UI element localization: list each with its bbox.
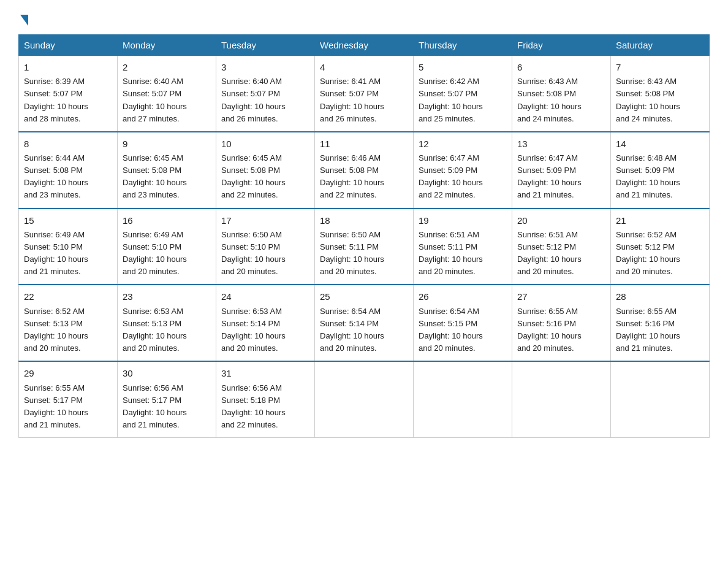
calendar-cell: 19Sunrise: 6:51 AMSunset: 5:11 PMDayligh…	[414, 209, 512, 285]
calendar-cell: 22Sunrise: 6:52 AMSunset: 5:13 PMDayligh…	[19, 285, 118, 361]
calendar-cell: 4Sunrise: 6:41 AMSunset: 5:07 PMDaylight…	[315, 56, 414, 132]
day-number: 10	[221, 137, 309, 151]
logo	[18, 12, 28, 23]
calendar-week-row: 29Sunrise: 6:55 AMSunset: 5:17 PMDayligh…	[19, 361, 710, 437]
calendar-cell: 30Sunrise: 6:56 AMSunset: 5:17 PMDayligh…	[118, 361, 216, 437]
calendar-cell: 16Sunrise: 6:49 AMSunset: 5:10 PMDayligh…	[118, 209, 216, 285]
day-number: 27	[517, 289, 605, 304]
day-number: 30	[123, 366, 211, 380]
calendar-cell: 31Sunrise: 6:56 AMSunset: 5:18 PMDayligh…	[216, 361, 315, 437]
calendar-cell	[512, 361, 611, 437]
day-number: 9	[123, 137, 211, 151]
calendar-cell: 5Sunrise: 6:42 AMSunset: 5:07 PMDaylight…	[414, 56, 512, 132]
calendar-cell	[611, 361, 710, 437]
day-number: 18	[320, 213, 408, 228]
calendar-cell: 26Sunrise: 6:54 AMSunset: 5:15 PMDayligh…	[414, 285, 512, 361]
calendar-cell: 18Sunrise: 6:50 AMSunset: 5:11 PMDayligh…	[315, 209, 414, 285]
calendar-cell: 12Sunrise: 6:47 AMSunset: 5:09 PMDayligh…	[414, 132, 512, 209]
day-number: 20	[517, 213, 605, 228]
column-header-wednesday: Wednesday	[315, 35, 414, 56]
calendar-cell: 3Sunrise: 6:40 AMSunset: 5:07 PMDaylight…	[216, 56, 315, 132]
day-number: 19	[419, 213, 507, 228]
day-number: 11	[320, 137, 408, 151]
page-header	[18, 12, 710, 23]
calendar-week-row: 1Sunrise: 6:39 AMSunset: 5:07 PMDaylight…	[19, 56, 710, 132]
calendar-cell: 23Sunrise: 6:53 AMSunset: 5:13 PMDayligh…	[118, 285, 216, 361]
day-number: 6	[517, 60, 605, 74]
day-number: 13	[517, 137, 605, 151]
calendar-cell: 10Sunrise: 6:45 AMSunset: 5:08 PMDayligh…	[216, 132, 315, 209]
calendar-cell: 28Sunrise: 6:55 AMSunset: 5:16 PMDayligh…	[611, 285, 710, 361]
calendar-cell: 7Sunrise: 6:43 AMSunset: 5:08 PMDaylight…	[611, 56, 710, 132]
day-number: 2	[123, 60, 211, 74]
day-number: 26	[419, 289, 507, 304]
calendar-table: SundayMondayTuesdayWednesdayThursdayFrid…	[18, 34, 710, 438]
day-number: 31	[221, 366, 309, 380]
calendar-cell: 24Sunrise: 6:53 AMSunset: 5:14 PMDayligh…	[216, 285, 315, 361]
day-number: 22	[24, 289, 112, 304]
day-number: 24	[221, 289, 309, 304]
day-number: 23	[123, 289, 211, 304]
calendar-header-row: SundayMondayTuesdayWednesdayThursdayFrid…	[19, 35, 710, 56]
day-number: 17	[221, 213, 309, 228]
column-header-thursday: Thursday	[414, 35, 512, 56]
calendar-cell: 1Sunrise: 6:39 AMSunset: 5:07 PMDaylight…	[19, 56, 118, 132]
day-number: 14	[616, 137, 704, 151]
day-number: 21	[616, 213, 704, 228]
calendar-week-row: 22Sunrise: 6:52 AMSunset: 5:13 PMDayligh…	[19, 285, 710, 361]
column-header-monday: Monday	[118, 35, 216, 56]
column-header-sunday: Sunday	[19, 35, 118, 56]
column-header-friday: Friday	[512, 35, 611, 56]
day-number: 25	[320, 289, 408, 304]
calendar-week-row: 15Sunrise: 6:49 AMSunset: 5:10 PMDayligh…	[19, 209, 710, 285]
day-number: 15	[24, 213, 112, 228]
calendar-cell: 9Sunrise: 6:45 AMSunset: 5:08 PMDaylight…	[118, 132, 216, 209]
calendar-cell: 21Sunrise: 6:52 AMSunset: 5:12 PMDayligh…	[611, 209, 710, 285]
calendar-cell: 29Sunrise: 6:55 AMSunset: 5:17 PMDayligh…	[19, 361, 118, 437]
column-header-tuesday: Tuesday	[216, 35, 315, 56]
calendar-cell: 14Sunrise: 6:48 AMSunset: 5:09 PMDayligh…	[611, 132, 710, 209]
calendar-cell: 13Sunrise: 6:47 AMSunset: 5:09 PMDayligh…	[512, 132, 611, 209]
day-number: 28	[616, 289, 704, 304]
day-number: 3	[221, 60, 309, 74]
calendar-cell: 27Sunrise: 6:55 AMSunset: 5:16 PMDayligh…	[512, 285, 611, 361]
day-number: 29	[24, 366, 112, 380]
calendar-cell: 25Sunrise: 6:54 AMSunset: 5:14 PMDayligh…	[315, 285, 414, 361]
calendar-cell	[315, 361, 414, 437]
day-number: 7	[616, 60, 704, 74]
day-number: 1	[24, 60, 112, 74]
calendar-cell: 6Sunrise: 6:43 AMSunset: 5:08 PMDaylight…	[512, 56, 611, 132]
day-number: 12	[419, 137, 507, 151]
column-header-saturday: Saturday	[611, 35, 710, 56]
calendar-cell: 20Sunrise: 6:51 AMSunset: 5:12 PMDayligh…	[512, 209, 611, 285]
logo-arrow-icon	[20, 15, 28, 26]
calendar-cell: 2Sunrise: 6:40 AMSunset: 5:07 PMDaylight…	[118, 56, 216, 132]
calendar-week-row: 8Sunrise: 6:44 AMSunset: 5:08 PMDaylight…	[19, 132, 710, 209]
calendar-cell	[414, 361, 512, 437]
day-number: 5	[419, 60, 507, 74]
day-number: 8	[24, 137, 112, 151]
calendar-cell: 17Sunrise: 6:50 AMSunset: 5:10 PMDayligh…	[216, 209, 315, 285]
calendar-cell: 15Sunrise: 6:49 AMSunset: 5:10 PMDayligh…	[19, 209, 118, 285]
day-number: 16	[123, 213, 211, 228]
calendar-cell: 8Sunrise: 6:44 AMSunset: 5:08 PMDaylight…	[19, 132, 118, 209]
day-number: 4	[320, 60, 408, 74]
calendar-cell: 11Sunrise: 6:46 AMSunset: 5:08 PMDayligh…	[315, 132, 414, 209]
